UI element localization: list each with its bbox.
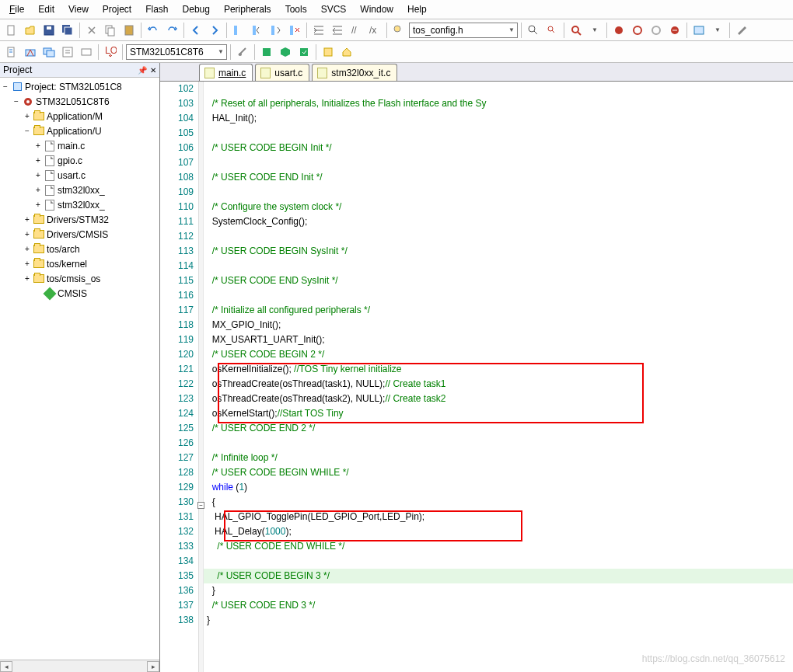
- undo-button[interactable]: [145, 22, 162, 39]
- code-line[interactable]: /* USER CODE BEGIN 3 */: [204, 569, 793, 583]
- code-line[interactable]: MX_USART1_UART_Init();: [204, 333, 793, 347]
- select-packs-icon[interactable]: [277, 44, 294, 61]
- code-line[interactable]: HAL_GPIO_TogglePin(LED_GPIO_Port,LED_Pin…: [204, 510, 793, 524]
- tree-group[interactable]: Application/U: [47, 126, 102, 137]
- tree-root[interactable]: Project: STM32L051C8: [25, 82, 122, 92]
- project-tree[interactable]: −Project: STM32L051C8 −STM32L051C8T6 +Ap…: [0, 78, 159, 660]
- breakpoint-enable-icon[interactable]: [629, 22, 646, 39]
- code-line[interactable]: osKernelStart();//Start TOS Tiny: [204, 406, 793, 421]
- code-line[interactable]: [204, 288, 793, 303]
- code-line[interactable]: [204, 126, 793, 141]
- code-line[interactable]: [204, 155, 793, 170]
- save-button[interactable]: [40, 22, 58, 39]
- bookmark-next-icon[interactable]: [267, 22, 285, 39]
- options-button[interactable]: [234, 44, 251, 61]
- incremental-find-icon[interactable]: [543, 22, 561, 39]
- pin-icon[interactable]: 📌: [138, 66, 147, 75]
- tab-stmit[interactable]: stm32l0xx_it.c: [312, 64, 397, 81]
- code-line[interactable]: osKernelInitialize(); //TOS Tiny kernel …: [204, 362, 793, 377]
- code-line[interactable]: /* USER CODE END 3 */: [204, 598, 793, 613]
- debug-start-icon[interactable]: [568, 22, 585, 39]
- menu-file[interactable]: File: [3, 2, 30, 16]
- home-icon[interactable]: [338, 44, 355, 61]
- code-line[interactable]: osThreadCreate(osThread(task2), NULL);//…: [204, 392, 793, 406]
- tree-file[interactable]: stm32l0xx_: [58, 200, 105, 211]
- save-all-button[interactable]: [59, 22, 76, 39]
- code-line[interactable]: [204, 82, 793, 96]
- code-line[interactable]: HAL_Delay(1000);: [204, 524, 793, 539]
- scroll-left-icon[interactable]: ◂: [0, 661, 12, 672]
- tab-usart[interactable]: usart.c: [255, 64, 309, 81]
- menu-project[interactable]: Project: [96, 2, 138, 16]
- comment-button[interactable]: //: [348, 22, 365, 39]
- code-line[interactable]: /* USER CODE END WHILE */: [204, 539, 793, 554]
- code-line[interactable]: /* USER CODE BEGIN WHILE */: [204, 465, 793, 480]
- pack-installer-icon[interactable]: [295, 44, 313, 61]
- find-combo[interactable]: tos_config.h: [409, 23, 518, 38]
- close-icon[interactable]: ✕: [150, 66, 156, 75]
- paste-button[interactable]: [121, 22, 138, 39]
- copy-button[interactable]: [102, 22, 119, 39]
- menu-tools[interactable]: Tools: [279, 2, 313, 16]
- code-line[interactable]: HAL_Init();: [204, 111, 793, 126]
- redo-button[interactable]: [163, 22, 180, 39]
- open-button[interactable]: [22, 22, 39, 39]
- scroll-right-icon[interactable]: ▸: [147, 661, 159, 672]
- code-line[interactable]: [204, 554, 793, 569]
- breakpoint-insert-icon[interactable]: [610, 22, 627, 39]
- breakpoint-kill-icon[interactable]: [666, 22, 683, 39]
- code-line[interactable]: /* USER CODE END SysInit */: [204, 273, 793, 288]
- bookmark-prev-icon[interactable]: [249, 22, 266, 39]
- new-file-button[interactable]: [3, 22, 20, 39]
- code-editor[interactable]: 1021031041051061071081091101111121131141…: [160, 82, 793, 672]
- code-line[interactable]: while (1): [204, 480, 793, 495]
- stop-build-icon[interactable]: [78, 44, 95, 61]
- manage-rte-icon[interactable]: [258, 44, 275, 61]
- uncomment-button[interactable]: /x: [366, 22, 383, 39]
- find-in-files-icon[interactable]: [525, 22, 542, 39]
- menu-peripherals[interactable]: Peripherals: [218, 2, 278, 16]
- code-line[interactable]: /* Initialize all configured peripherals…: [204, 303, 793, 318]
- menu-edit[interactable]: Edit: [32, 2, 61, 16]
- tree-group[interactable]: Drivers/CMSIS: [47, 229, 108, 240]
- menu-window[interactable]: Window: [354, 2, 400, 16]
- tree-group[interactable]: tos/kernel: [47, 259, 87, 270]
- books-icon[interactable]: [320, 44, 337, 61]
- build-batch-icon[interactable]: [59, 44, 76, 61]
- tree-group[interactable]: Drivers/STM32: [47, 214, 109, 225]
- project-h-scrollbar[interactable]: ◂ ▸: [0, 660, 159, 672]
- tab-main[interactable]: main.c: [199, 64, 253, 81]
- bookmark-toggle-icon[interactable]: [230, 22, 247, 39]
- code-line[interactable]: /* USER CODE BEGIN 2 */: [204, 347, 793, 362]
- outdent-button[interactable]: [329, 22, 346, 39]
- cut-button[interactable]: [83, 22, 100, 39]
- code-line[interactable]: /* USER CODE END 2 */: [204, 421, 793, 436]
- code-line[interactable]: /* Configure the system clock */: [204, 200, 793, 214]
- code-line[interactable]: /* Infinite loop */: [204, 451, 793, 465]
- nav-fwd-button[interactable]: [206, 22, 223, 39]
- tree-file[interactable]: gpio.c: [58, 155, 82, 166]
- find-icon[interactable]: [390, 22, 407, 39]
- menu-view[interactable]: View: [62, 2, 95, 16]
- indent-button[interactable]: [310, 22, 327, 39]
- bookmark-clear-icon[interactable]: [286, 22, 303, 39]
- code-line[interactable]: [204, 185, 793, 200]
- tree-group[interactable]: Application/M: [47, 111, 103, 122]
- menu-debug[interactable]: Debug: [176, 2, 216, 16]
- code-line[interactable]: SystemClock_Config();: [204, 214, 793, 229]
- code-line[interactable]: /* USER CODE BEGIN Init */: [204, 141, 793, 155]
- config-icon[interactable]: [733, 22, 750, 39]
- tree-file[interactable]: stm32l0xx_: [58, 185, 105, 196]
- code-line[interactable]: /* USER CODE END Init */: [204, 170, 793, 185]
- nav-back-button[interactable]: [187, 22, 204, 39]
- build-button[interactable]: [22, 44, 39, 61]
- menu-help[interactable]: Help: [401, 2, 433, 16]
- menu-svcs[interactable]: SVCS: [315, 2, 353, 16]
- code-line[interactable]: [204, 436, 793, 451]
- code-line[interactable]: osThreadCreate(osThread(task1), NULL);//…: [204, 377, 793, 392]
- download-button[interactable]: LOAD: [102, 44, 119, 61]
- menu-flash[interactable]: Flash: [139, 2, 174, 16]
- translate-icon[interactable]: [3, 44, 20, 61]
- code-line[interactable]: /* USER CODE BEGIN SysInit */: [204, 244, 793, 259]
- tree-target[interactable]: STM32L051C8T6: [36, 96, 110, 107]
